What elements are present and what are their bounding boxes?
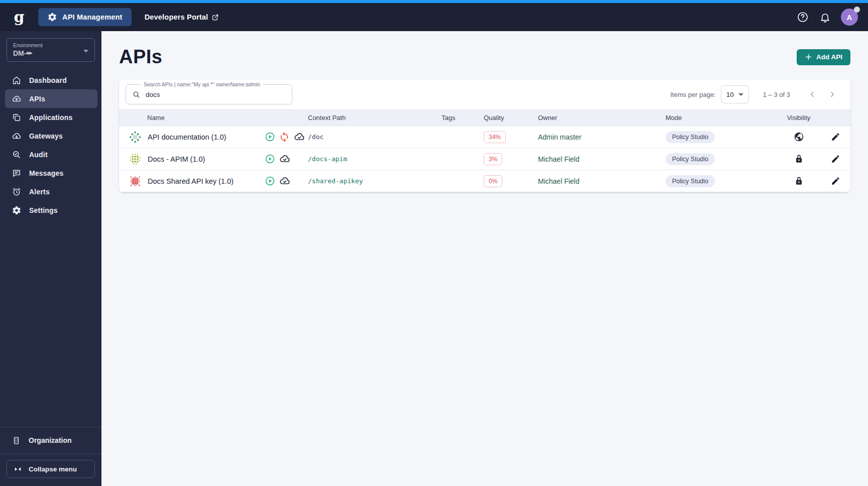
sidebar-item-label: Alerts [29,188,50,196]
developers-portal-link[interactable]: Developers Portal [145,13,220,21]
message-icon [12,168,22,178]
deployed-cloud-check-icon [279,175,291,187]
add-api-button[interactable]: Add API [797,49,850,65]
sidebar: Environment DM-✏ Dashboard APIs Applicat… [0,31,101,486]
environment-value: DM-✏ [13,49,88,57]
sidebar-item-settings[interactable]: Settings [5,201,97,219]
avatar-status-dot [854,7,860,13]
sidebar-item-label: Dashboard [29,76,67,84]
column-header-name[interactable]: Name [119,114,265,122]
sidebar-item-alerts[interactable]: Alerts [5,182,97,201]
apis-table-card: Search APIs | name:"My api *" ownerName:… [119,79,850,192]
sidebar-item-organization[interactable]: Organization [0,427,101,453]
mode-chip: Policy Studio [666,175,715,187]
organization-label: Organization [29,436,72,444]
mode-chip: Policy Studio [666,153,715,165]
owner-link[interactable]: Michael Field [538,155,579,163]
column-header-owner[interactable]: Owner [528,114,654,122]
main-content: APIs Add API Search APIs | name:"My api … [101,31,868,486]
sidebar-item-label: APIs [29,95,45,103]
developers-portal-label: Developers Portal [145,13,208,21]
api-avatar [129,153,142,166]
gear-icon [12,205,22,215]
api-management-nav-button[interactable]: API Management [38,8,132,26]
column-header-visibility[interactable]: Visibility [777,114,820,122]
items-per-page-label: Items per page: [670,91,715,98]
mode-chip: Policy Studio [666,131,715,143]
page-title: APIs [119,46,162,68]
sidebar-item-messages[interactable]: Messages [5,164,97,182]
cloud-download-icon [12,131,22,141]
deployed-cloud-check-icon [293,131,305,143]
table-row[interactable]: Docs - APIM (1.0) /docs-apim 3% Michael … [119,148,850,170]
items-per-page-value: 10 [726,91,734,98]
context-path: /shared-apikey [308,177,438,185]
applications-icon [12,112,22,123]
sidebar-divider [0,453,101,454]
plus-icon [805,53,812,61]
audit-search-icon [12,150,22,160]
edit-api-button[interactable] [820,154,850,164]
external-link-icon [211,14,219,21]
api-name: Docs - APIM (1.0) [148,155,205,163]
api-name: API documentation (1.0) [148,133,226,141]
sidebar-item-label: Gateways [29,132,63,140]
gravitee-logo[interactable]: g [9,10,29,25]
column-header-mode[interactable]: Mode [654,114,777,122]
column-header-quality[interactable]: Quality [478,114,528,122]
table-header-row: Name Context Path Tags Quality Owner Mod… [119,109,850,126]
chevron-down-icon [83,50,88,53]
api-avatar [129,131,142,144]
table-row[interactable]: API documentation (1.0) /doc 34% Admin m… [119,126,850,148]
sidebar-item-applications[interactable]: Applications [5,108,97,127]
api-started-icon [265,154,275,164]
column-header-tags[interactable]: Tags [438,114,478,122]
context-path: /doc [308,133,438,141]
out-of-sync-icon [279,132,290,143]
sidebar-item-label: Audit [29,151,48,159]
edit-api-button[interactable] [820,176,850,186]
sidebar-item-dashboard[interactable]: Dashboard [5,71,97,89]
table-row[interactable]: Docs Shared API key (1.0) /shared-apikey… [119,170,850,192]
search-field-label: Search APIs | name:"My api *" ownerName:… [141,81,263,87]
collapse-icon [14,465,22,473]
hexagon-gear-icon [47,12,57,22]
owner-link[interactable]: Admin master [538,133,581,141]
sidebar-nav: Dashboard APIs Applications Gateways Aud… [0,71,101,219]
notifications-button[interactable] [816,8,834,26]
previous-page-button[interactable] [802,84,822,104]
edit-api-button[interactable] [820,132,850,142]
deployed-cloud-check-icon [279,153,291,165]
quality-badge: 3% [484,153,502,165]
visibility-public-icon [777,132,820,142]
home-icon [12,75,22,85]
api-avatar [129,175,142,188]
user-avatar[interactable]: A [841,9,858,26]
api-name: Docs Shared API key (1.0) [148,177,234,185]
sidebar-item-gateways[interactable]: Gateways [5,127,97,145]
collapse-menu-label: Collapse menu [29,465,77,473]
search-apis-field[interactable]: Search APIs | name:"My api *" ownerName:… [126,84,292,104]
building-icon [12,436,21,445]
visibility-private-icon [777,176,820,186]
quality-badge: 0% [484,175,502,187]
api-started-icon [265,176,275,186]
sidebar-item-label: Messages [29,169,64,177]
api-started-icon [265,132,275,142]
next-page-button[interactable] [822,84,842,104]
search-input[interactable] [146,91,286,98]
help-button[interactable] [794,8,812,26]
column-header-context-path[interactable]: Context Path [308,114,438,122]
collapse-menu-button[interactable]: Collapse menu [7,460,95,478]
add-api-label: Add API [816,53,842,61]
sidebar-item-audit[interactable]: Audit [5,145,97,164]
owner-link[interactable]: Michael Field [538,177,579,185]
environment-select[interactable]: Environment DM-✏ [7,38,95,62]
pagination-range-label: 1 – 3 of 3 [763,91,790,98]
sidebar-item-apis[interactable]: APIs [5,89,97,108]
alarm-icon [12,187,22,197]
context-path: /docs-apim [308,155,438,163]
items-per-page-select[interactable]: 10 [721,85,749,103]
environment-label: Environment [13,42,88,48]
api-management-label: API Management [62,13,123,21]
